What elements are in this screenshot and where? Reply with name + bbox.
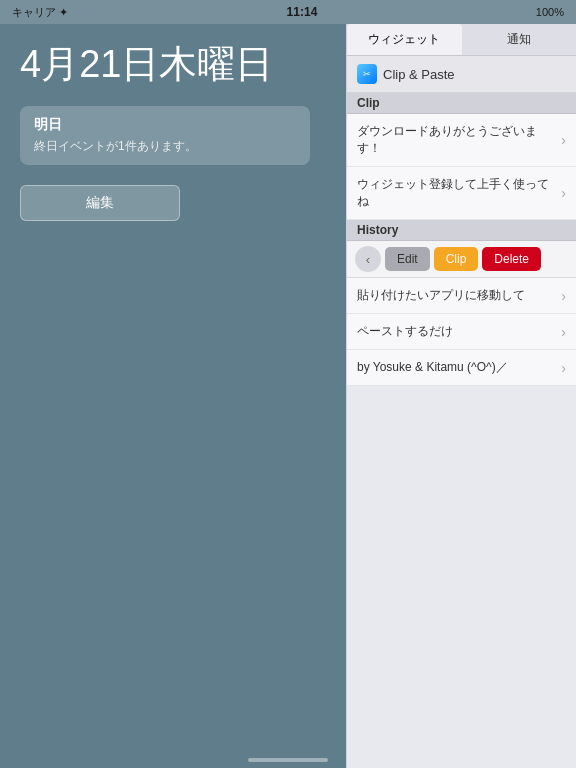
status-bar: キャリア ✦ 11:14 100% bbox=[0, 0, 576, 24]
chevron-icon-h2: › bbox=[561, 360, 566, 376]
tomorrow-sub: 終日イベントが1件あります。 bbox=[34, 138, 296, 155]
tomorrow-card: 明日 終日イベントが1件あります。 bbox=[20, 106, 310, 165]
back-icon: ‹ bbox=[366, 252, 370, 267]
time-text: 11:14 bbox=[287, 5, 318, 19]
chevron-icon-0: › bbox=[561, 132, 566, 148]
carrier-text: キャリア ✦ bbox=[12, 5, 68, 20]
widget-tabs: ウィジェット 通知 bbox=[347, 24, 576, 56]
edit-action-button[interactable]: Edit bbox=[385, 247, 430, 271]
history-item-2[interactable]: by Yosuke & Kitamu (^O^)／ › bbox=[347, 350, 576, 386]
clip-item-text-0: ダウンロードありがとうございます！ bbox=[357, 123, 557, 157]
tab-widget[interactable]: ウィジェット bbox=[347, 24, 462, 55]
chevron-icon-h1: › bbox=[561, 324, 566, 340]
app-header: ✂ Clip & Paste bbox=[347, 56, 576, 93]
tomorrow-label: 明日 bbox=[34, 116, 296, 134]
app-name: Clip & Paste bbox=[383, 67, 455, 82]
battery-text: 100% bbox=[536, 6, 564, 18]
tab-notification[interactable]: 通知 bbox=[462, 24, 577, 55]
edit-button[interactable]: 編集 bbox=[20, 185, 180, 221]
clip-section-header: Clip bbox=[347, 93, 576, 114]
clip-item-text-1: ウィジェット登録して上手く使ってね bbox=[357, 176, 557, 210]
clip-item-0[interactable]: ダウンロードありがとうございます！ › bbox=[347, 114, 576, 167]
history-back-button[interactable]: ‹ bbox=[355, 246, 381, 272]
clip-item-1[interactable]: ウィジェット登録して上手く使ってね › bbox=[347, 167, 576, 220]
clip-action-button[interactable]: Clip bbox=[434, 247, 479, 271]
app-icon: ✂ bbox=[357, 64, 377, 84]
main-content-area: 4月21日木曜日 明日 終日イベントが1件あります。 編集 bbox=[0, 24, 330, 768]
history-item-1[interactable]: ペーストするだけ › bbox=[347, 314, 576, 350]
history-item-text-1: ペーストするだけ bbox=[357, 323, 557, 340]
date-title: 4月21日木曜日 bbox=[20, 44, 310, 86]
home-indicator bbox=[248, 758, 328, 762]
chevron-icon-1: › bbox=[561, 185, 566, 201]
history-section-header: History bbox=[347, 220, 576, 241]
delete-action-button[interactable]: Delete bbox=[482, 247, 541, 271]
chevron-icon-h0: › bbox=[561, 288, 566, 304]
history-action-row: ‹ Edit Clip Delete bbox=[347, 241, 576, 278]
history-item-text-2: by Yosuke & Kitamu (^O^)／ bbox=[357, 359, 557, 376]
history-item-0[interactable]: 貼り付けたいアプリに移動して › bbox=[347, 278, 576, 314]
widget-panel: ウィジェット 通知 ✂ Clip & Paste Clip ダウンロードありがと… bbox=[346, 24, 576, 768]
history-item-text-0: 貼り付けたいアプリに移動して bbox=[357, 287, 557, 304]
app-icon-symbol: ✂ bbox=[363, 69, 371, 79]
